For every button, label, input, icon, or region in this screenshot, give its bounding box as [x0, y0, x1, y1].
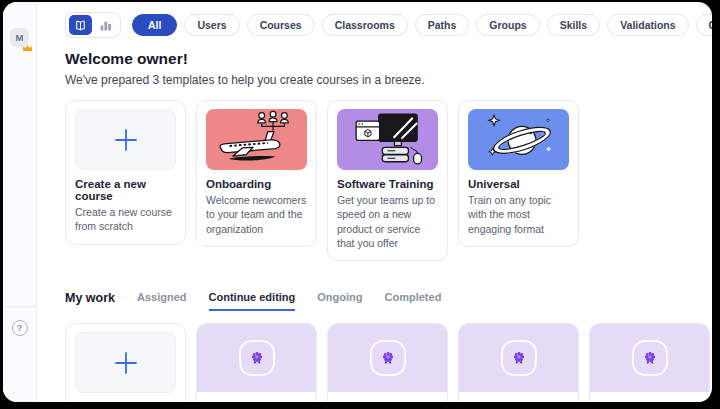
card-title: Universal: [468, 178, 569, 190]
page-title: Welcome owner!: [65, 50, 712, 68]
app-window: M ? AllUsersCoursesClassroomsPathsGroups…: [3, 2, 712, 402]
tab-ongoing[interactable]: Ongoing: [317, 291, 362, 311]
my-work-bar: My work AssignedContinue editingOngoingC…: [65, 291, 712, 311]
ribbon-icon: [512, 351, 526, 365]
course-thumbnail: [590, 324, 709, 392]
work-card-untitled-1[interactable]: UntitledUpdated yesterday: [196, 323, 317, 402]
plus-icon: [75, 332, 176, 393]
crown-icon: [23, 44, 32, 51]
sidebar: M ?: [3, 2, 37, 402]
course-badge: [239, 340, 275, 376]
bar-chart-icon: [99, 19, 112, 32]
filter-pill-certificates[interactable]: Certificates: [696, 14, 712, 36]
book-icon: [74, 19, 87, 32]
course-thumbnail: [459, 324, 578, 392]
plus-icon: [75, 109, 176, 170]
planet-illustration: [468, 109, 569, 170]
help-icon[interactable]: ?: [12, 320, 28, 336]
template-cards-row: Create a new courseCreate a new course f…: [65, 100, 712, 261]
work-card-create-a-new-course[interactable]: Create a new courseCreate a new course f…: [65, 323, 186, 402]
course-card-body: UntitledUpdated 9 days ago: [328, 392, 447, 402]
course-title: Untitled: [469, 401, 568, 402]
page-subtitle: We've prepared 3 templates to help you c…: [65, 73, 712, 87]
filter-pill-validations[interactable]: Validations: [607, 14, 688, 36]
computer-illustration: [337, 109, 438, 170]
card-description: Train on any topic with the most engagin…: [468, 193, 569, 236]
card-title: Create a new course: [75, 178, 176, 202]
filter-pill-paths[interactable]: Paths: [415, 14, 470, 36]
course-badge: [370, 340, 406, 376]
sidebar-footer: ?: [3, 306, 36, 402]
card-title: Create a new course: [75, 401, 176, 402]
template-card-software-training[interactable]: Software TrainingGet your teams up to sp…: [327, 100, 448, 261]
filter-pill-courses[interactable]: Courses: [247, 14, 315, 36]
course-card-body: UntitledUpdated 9 days ago: [459, 392, 578, 402]
filter-pill-classrooms[interactable]: Classrooms: [322, 14, 408, 36]
course-badge: [632, 340, 668, 376]
card-description: Welcome newcomers to your team and the o…: [206, 193, 307, 236]
template-card-universal[interactable]: UniversalTrain on any topic with the mos…: [458, 100, 579, 247]
main-content: AllUsersCoursesClassroomsPathsGroupsSkil…: [37, 2, 712, 402]
template-card-create-a-new-course[interactable]: Create a new courseCreate a new course f…: [65, 100, 186, 245]
filter-pills: AllUsersCoursesClassroomsPathsGroupsSkil…: [132, 14, 712, 36]
ribbon-icon: [250, 351, 264, 365]
course-title: Untitled: [207, 401, 306, 402]
work-cards-row: Create a new courseCreate a new course f…: [65, 323, 712, 402]
course-card-body: UntitledUpdated 9 days ago: [590, 392, 709, 402]
card-title: Software Training: [337, 178, 438, 190]
work-card-untitled-3[interactable]: UntitledUpdated 9 days ago: [458, 323, 579, 402]
template-card-onboarding[interactable]: OnboardingWelcome newcomers to your team…: [196, 100, 317, 247]
course-title: Untitled: [600, 401, 699, 402]
tab-completed[interactable]: Completed: [385, 291, 442, 311]
filter-pill-groups[interactable]: Groups: [476, 14, 539, 36]
ribbon-icon: [381, 351, 395, 365]
work-card-untitled-4[interactable]: UntitledUpdated 9 days ago: [589, 323, 710, 402]
courses-view-toggle[interactable]: [69, 15, 92, 35]
card-description: Get your teams up to speed on a new prod…: [337, 193, 438, 250]
course-title: Untitled: [338, 401, 437, 402]
filter-pill-all[interactable]: All: [132, 14, 177, 36]
card-description: Create a new course from scratch: [75, 205, 176, 234]
topbar: AllUsersCoursesClassroomsPathsGroupsSkil…: [65, 12, 712, 38]
work-card-untitled-2[interactable]: UntitledUpdated 9 days ago: [327, 323, 448, 402]
tab-assigned[interactable]: Assigned: [137, 291, 187, 311]
my-work-tabs: AssignedContinue editingOngoingCompleted: [137, 291, 441, 311]
course-badge: [501, 340, 537, 376]
my-work-title: My work: [65, 291, 115, 311]
avatar[interactable]: M: [10, 28, 29, 47]
avatar-initial: M: [16, 32, 24, 43]
card-title: Onboarding: [206, 178, 307, 190]
tab-continue-editing[interactable]: Continue editing: [209, 291, 296, 311]
airplane-illustration: [206, 109, 307, 170]
ribbon-icon: [643, 351, 657, 365]
course-card-body: UntitledUpdated yesterday: [197, 392, 316, 402]
filter-pill-users[interactable]: Users: [184, 14, 239, 36]
reports-view-toggle[interactable]: [94, 15, 117, 35]
course-thumbnail: [328, 324, 447, 392]
view-toggle: [65, 12, 121, 38]
course-thumbnail: [197, 324, 316, 392]
filter-pill-skills[interactable]: Skills: [547, 14, 600, 36]
